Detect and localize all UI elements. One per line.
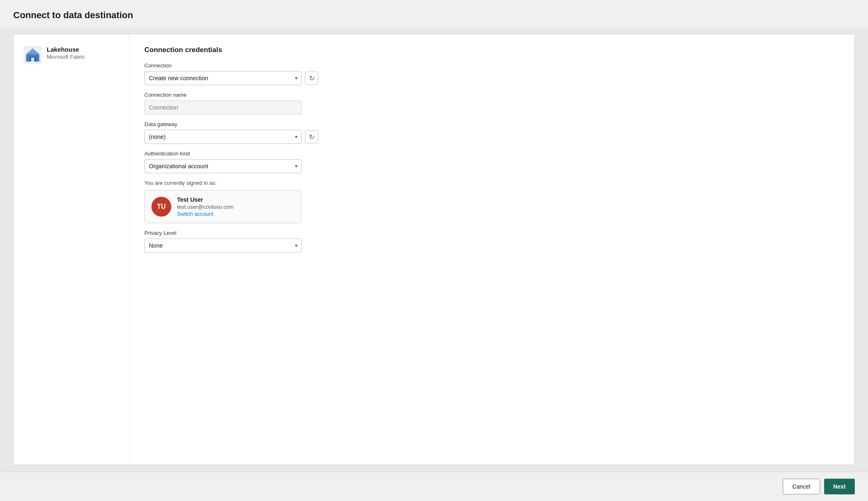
connection-name-field-group: Connection name: [144, 92, 839, 115]
privacy-level-field-group: Privacy Level None ▾: [144, 230, 839, 253]
page-title: Connect to data destination: [13, 10, 855, 21]
dialog-card: Lakehouse Microsoft Fabric Connection cr…: [13, 34, 855, 465]
connection-name-input[interactable]: [144, 100, 302, 115]
left-panel-text: Lakehouse Microsoft Fabric: [47, 46, 85, 60]
avatar: TU: [151, 197, 171, 217]
connection-row: Create new connection ▾ ↻: [144, 71, 839, 85]
data-gateway-refresh-button[interactable]: ↻: [305, 130, 318, 143]
connector-subtitle: Microsoft Fabric: [47, 54, 85, 60]
next-button[interactable]: Next: [824, 479, 855, 494]
privacy-level-label: Privacy Level: [144, 230, 839, 236]
refresh-icon: ↻: [309, 74, 314, 82]
data-gateway-label: Data gateway: [144, 121, 839, 127]
right-panel: Connection credentials Connection Create…: [129, 34, 854, 465]
connection-select[interactable]: Create new connection: [144, 71, 302, 85]
data-gateway-row: (none) ▾ ↻: [144, 130, 839, 144]
main-container: Lakehouse Microsoft Fabric Connection cr…: [0, 27, 868, 472]
footer: Cancel Next: [0, 472, 868, 501]
privacy-level-select-wrapper[interactable]: None ▾: [144, 239, 302, 253]
auth-kind-field-group: Authentication kind Organizational accou…: [144, 150, 839, 173]
auth-kind-select-wrapper[interactable]: Organizational account ▾: [144, 159, 302, 173]
data-gateway-select-wrapper[interactable]: (none) ▾: [144, 130, 302, 144]
account-info: Test User test.user@contoso.com Switch a…: [177, 196, 234, 217]
connection-name-label: Connection name: [144, 92, 839, 98]
connection-refresh-button[interactable]: ↻: [305, 72, 318, 85]
connection-select-wrapper[interactable]: Create new connection ▾: [144, 71, 302, 85]
refresh-icon-2: ↻: [309, 133, 314, 141]
svg-rect-4: [31, 57, 34, 62]
account-name: Test User: [177, 196, 234, 203]
account-email: test.user@contoso.com: [177, 204, 234, 210]
switch-account-link[interactable]: Switch account: [177, 211, 234, 217]
page-header: Connect to data destination: [0, 0, 868, 27]
auth-kind-label: Authentication kind: [144, 150, 839, 157]
privacy-level-select[interactable]: None: [144, 239, 302, 253]
signed-in-label: You are currently signed in as:: [144, 180, 839, 186]
auth-kind-select[interactable]: Organizational account: [144, 159, 302, 173]
data-gateway-select[interactable]: (none): [144, 130, 302, 144]
account-card: TU Test User test.user@contoso.com Switc…: [144, 190, 302, 223]
signed-in-group: You are currently signed in as: TU Test …: [144, 180, 839, 223]
connection-label: Connection: [144, 62, 839, 69]
credentials-section-title: Connection credentials: [144, 46, 839, 54]
cancel-button[interactable]: Cancel: [783, 479, 820, 494]
connection-field-group: Connection Create new connection ▾ ↻: [144, 62, 839, 85]
data-gateway-field-group: Data gateway (none) ▾ ↻: [144, 121, 839, 144]
left-panel: Lakehouse Microsoft Fabric: [14, 34, 129, 465]
connector-name: Lakehouse: [47, 46, 85, 53]
lakehouse-icon: [24, 46, 42, 64]
